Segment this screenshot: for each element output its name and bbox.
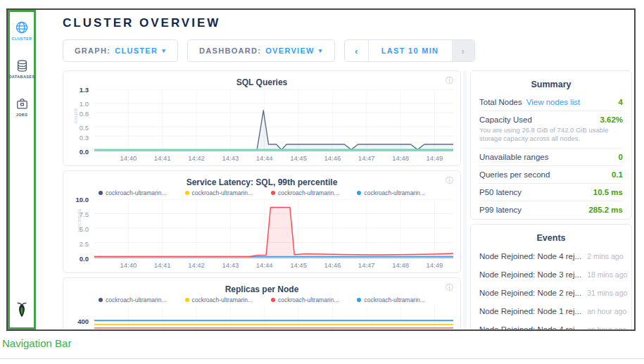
info-icon[interactable]: ⓘ (446, 175, 453, 186)
chart-title: Service Latency: SQL, 99th percentile (187, 177, 338, 187)
event-row: Node Rejoined: Node 4 rej... an hour ago (479, 320, 623, 330)
summary-row-p99-latency: P99 latency 285.2 ms (479, 201, 623, 218)
legend-item: cockroach-ultramarin... (99, 189, 166, 196)
chart-card-service-latency: Service Latency: SQL, 99th percentile ⓘ … (63, 170, 461, 273)
charts-column: SQL Queries ⓘ count 1.31.00.80.50.30.0 1… (63, 70, 461, 330)
time-range-selector: ‹ LAST 10 MIN › (344, 39, 475, 62)
service-latency-plot[interactable] (94, 199, 453, 258)
legend-item: cockroach-ultramarin... (271, 189, 339, 196)
sidebar-item-label: CLUSTER (12, 37, 32, 41)
events-panel: Events Node Rejoined: Node 4 rej... 2 mi… (470, 224, 632, 330)
screenshot-canvas: CLUSTER DATABASES (0, 0, 644, 364)
main-content: CLUSTER OVERVIEW GRAPH: CLUSTER ▾ DASHBO… (36, 10, 634, 330)
view-nodes-list-link[interactable]: View nodes list (526, 98, 581, 106)
sidebar-item-jobs[interactable]: JOBS (15, 97, 29, 117)
chart-legend: cockroach-ultramarin...cockroach-ultrama… (70, 295, 453, 305)
event-row: Node Rejoined: Node 3 rej... 18 mins ago (479, 265, 623, 284)
charts-scrollbar[interactable] (461, 70, 470, 330)
sidebar-item-databases[interactable]: DATABASES (9, 59, 35, 79)
legend-item: cockroach-ultramarin... (271, 296, 339, 303)
scrollbar-track[interactable] (463, 70, 467, 330)
y-axis-ticks: 400 (70, 306, 94, 330)
y-axis-ticks: 10.07.55.02.50.0 (70, 199, 94, 258)
event-row: Node Rejoined: Node 1 rej... an hour ago (479, 302, 623, 320)
summary-row-p50-latency: P50 latency 10.5 ms (479, 184, 623, 201)
graph-dropdown[interactable]: GRAPH: CLUSTER ▾ (63, 39, 178, 62)
replicas-per-node-plot[interactable] (94, 306, 453, 330)
summary-row-total-nodes: Total Nodes View nodes list 4 (479, 94, 623, 111)
event-row: Node Rejoined: Node 2 rej... 31 mins ago (479, 284, 623, 302)
sidebar-item-label: JOBS (16, 113, 28, 117)
navigation-bar: CLUSTER DATABASES (8, 10, 36, 330)
chart-legend: cockroach-ultramarin...cockroach-ultrama… (70, 188, 453, 198)
event-row: Node Rejoined: Node 4 rej... 2 mins ago (479, 247, 623, 265)
legend-item: cockroach-ultramarin... (99, 296, 166, 303)
x-axis-ticks: 14:4014:4114:4214:4314:4414:4514:4614:47… (94, 258, 453, 270)
dashboard-dropdown[interactable]: DASHBOARD: OVERVIEW ▾ (187, 39, 335, 62)
summary-panel: Summary Total Nodes View nodes list 4 Ca… (470, 70, 632, 220)
toolbar: GRAPH: CLUSTER ▾ DASHBOARD: OVERVIEW ▾ ‹… (63, 39, 632, 62)
annotation-caption: Navigation Bar (2, 337, 71, 349)
sql-queries-plot[interactable] (94, 89, 453, 151)
chart-card-sql-queries: SQL Queries ⓘ count 1.31.00.80.50.30.0 1… (63, 70, 461, 166)
capacity-subtext: You are using 26.8 GiB of 742.0 GiB usab… (479, 126, 623, 144)
sidebar-item-label: DATABASES (9, 75, 35, 79)
chart-title: Replicas per Node (225, 284, 299, 294)
cockroachdb-logo (14, 301, 30, 322)
legend-item: cockroach-ultramarin... (357, 296, 424, 303)
info-icon[interactable]: ⓘ (446, 75, 453, 86)
database-icon (15, 59, 29, 73)
right-column: Summary Total Nodes View nodes list 4 Ca… (470, 70, 632, 330)
chevron-down-icon: ▾ (319, 47, 323, 54)
bottom-divider (0, 358, 644, 359)
sidebar-item-cluster[interactable]: CLUSTER (12, 20, 32, 41)
legend-item: cockroach-ultramarin... (357, 189, 424, 196)
chart-title: SQL Queries (236, 77, 287, 87)
time-next-button[interactable]: › (452, 40, 474, 61)
info-icon[interactable]: ⓘ (446, 282, 453, 293)
x-axis-ticks: 14:4014:4114:4214:4314:4414:4514:4614:47… (94, 151, 453, 163)
legend-item: cockroach-ultramarin... (185, 296, 253, 303)
chevron-down-icon: ▾ (162, 47, 166, 54)
briefcase-icon (15, 97, 29, 111)
summary-row-queries-per-second: Queries per second 0.1 (479, 166, 623, 184)
summary-title: Summary (479, 77, 623, 94)
legend-item: cockroach-ultramarin... (185, 189, 253, 196)
time-prev-button[interactable]: ‹ (345, 40, 369, 61)
chart-card-replicas-per-node: Replicas per Node ⓘ cockroach-ultramarin… (63, 277, 461, 330)
events-title: Events (479, 230, 623, 247)
globe-icon (15, 20, 29, 34)
page-title: CLUSTER OVERVIEW (63, 16, 632, 30)
time-range-value[interactable]: LAST 10 MIN (369, 40, 452, 61)
app-window: CLUSTER DATABASES (6, 8, 636, 331)
summary-row-capacity-used: Capacity Used 3.62% You are using 26.8 G… (479, 111, 623, 149)
y-axis-ticks: 1.31.00.80.50.30.0 (70, 89, 94, 151)
summary-row-unavailable-ranges: Unavailable ranges 0 (479, 149, 623, 166)
